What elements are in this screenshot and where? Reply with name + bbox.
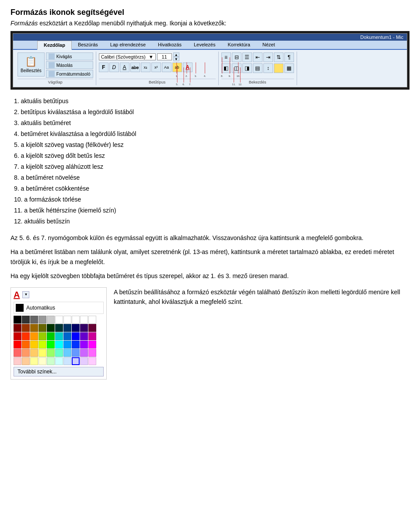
line-spacing-button[interactable]: ↕ <box>263 63 273 73</box>
color-swatch-item[interactable] <box>63 316 71 324</box>
underline-button[interactable]: A <box>120 63 130 72</box>
tab-lap[interactable]: Lap elrendezése <box>104 41 152 49</box>
color-swatch-item[interactable] <box>47 332 55 340</box>
strikethrough-button[interactable]: abe <box>130 63 140 72</box>
color-swatch-item[interactable] <box>47 349 55 357</box>
color-swatch-item[interactable] <box>14 357 21 365</box>
color-swatch-item[interactable] <box>47 341 55 348</box>
color-swatch-item[interactable] <box>38 324 46 332</box>
color-swatch-item[interactable] <box>80 332 88 340</box>
color-swatch-item[interactable] <box>38 316 46 324</box>
color-swatch-item[interactable] <box>88 357 96 365</box>
color-swatch-item[interactable] <box>30 341 38 348</box>
color-swatch-item[interactable] <box>55 349 63 357</box>
border-button[interactable]: ▦ <box>284 63 294 73</box>
color-swatch-item[interactable] <box>14 349 21 357</box>
change-case-button[interactable]: Aa <box>162 63 172 72</box>
numbering-button[interactable]: ⊟ <box>232 52 242 62</box>
color-swatch-item[interactable] <box>47 357 55 365</box>
color-swatch-item[interactable] <box>72 324 80 332</box>
color-swatch-item[interactable] <box>38 332 46 340</box>
color-swatch-item[interactable] <box>22 341 30 348</box>
copy-button[interactable]: Másolás <box>46 61 93 69</box>
bold-button[interactable]: F <box>99 63 108 72</box>
color-swatch-item[interactable] <box>88 324 96 332</box>
paste-button[interactable]: 📋 Beillesztés <box>18 52 45 77</box>
color-swatch-item[interactable] <box>80 316 88 324</box>
format-painter-button[interactable]: Formátummásoló <box>46 70 93 78</box>
sort-button[interactable]: ⇅ <box>274 52 284 62</box>
color-swatch-item[interactable] <box>55 316 63 324</box>
tab-beszuras[interactable]: Beszúrás <box>72 41 104 49</box>
show-formatting-button[interactable]: ¶ <box>284 52 294 62</box>
color-swatch-item[interactable] <box>72 349 80 357</box>
color-swatch-item[interactable] <box>80 357 88 365</box>
color-swatch-item[interactable] <box>55 332 63 340</box>
color-swatch-item[interactable] <box>80 341 88 348</box>
color-swatch-item[interactable] <box>72 357 80 365</box>
color-swatch-item[interactable] <box>30 324 38 332</box>
auto-color-row[interactable]: Automatikus <box>14 302 104 314</box>
more-colors-button[interactable]: További színek... <box>14 367 104 376</box>
color-dropdown-arrow[interactable]: ▼ <box>22 291 29 298</box>
color-swatch-item[interactable] <box>30 357 38 365</box>
color-swatch-item[interactable] <box>14 316 21 324</box>
color-swatch-item[interactable] <box>55 324 63 332</box>
color-swatch-item[interactable] <box>80 324 88 332</box>
color-swatch-item[interactable] <box>14 324 21 332</box>
font-size-input[interactable]: 11 <box>157 53 172 60</box>
color-swatch-item[interactable] <box>63 341 71 348</box>
color-swatch-item[interactable] <box>72 316 80 324</box>
color-swatch-item[interactable] <box>88 349 96 357</box>
font-size-decrease-arrow[interactable]: ▼ <box>173 57 179 61</box>
superscript-button[interactable]: x² <box>151 63 161 72</box>
italic-button[interactable]: D <box>109 63 119 72</box>
increase-indent-button[interactable]: ⇥ <box>263 52 273 62</box>
color-swatch-item[interactable] <box>88 316 96 324</box>
tab-nezet[interactable]: Nézet <box>256 41 281 49</box>
font-size-increase-arrow[interactable]: ▲ <box>173 52 179 57</box>
color-swatch-item[interactable] <box>47 324 55 332</box>
color-swatch-item[interactable] <box>72 332 80 340</box>
color-swatch-item[interactable] <box>38 341 46 348</box>
shading-button[interactable] <box>274 63 284 73</box>
color-swatch-item[interactable] <box>30 349 38 357</box>
multilevel-list-button[interactable]: ☰ <box>242 52 252 62</box>
tab-kezdolap[interactable]: Kezdőlap <box>37 41 72 50</box>
color-swatch-item[interactable] <box>63 332 71 340</box>
tab-korrektura[interactable]: Korrektúra <box>221 41 256 49</box>
color-swatch-item[interactable] <box>22 357 30 365</box>
color-swatch-item[interactable] <box>80 349 88 357</box>
color-swatch-item[interactable] <box>22 316 30 324</box>
subscript-button[interactable]: x₂ <box>141 63 150 72</box>
align-left-button[interactable]: ◧ <box>221 63 231 73</box>
color-swatch-item[interactable] <box>30 316 38 324</box>
color-swatch-item[interactable] <box>22 324 30 332</box>
font-name-dropdown[interactable]: Calibri (Szövegtörzs) ▼ <box>99 53 156 60</box>
color-swatch-item[interactable] <box>22 332 30 340</box>
color-swatch-item[interactable] <box>14 332 21 340</box>
color-swatch-item[interactable] <box>63 324 71 332</box>
color-swatch-item[interactable] <box>55 357 63 365</box>
color-swatch-item[interactable] <box>63 349 71 357</box>
cut-button[interactable]: Kivágás <box>46 52 93 60</box>
color-swatch-item[interactable] <box>14 341 21 348</box>
color-swatch-item[interactable] <box>30 332 38 340</box>
color-swatch-item[interactable] <box>72 341 80 348</box>
tab-levelezas[interactable]: Levelezés <box>188 41 222 49</box>
color-swatch-item[interactable] <box>38 349 46 357</box>
color-swatch-item[interactable] <box>38 357 46 365</box>
tab-hivatkozas[interactable]: Hivatkozás <box>152 41 188 49</box>
justify-button[interactable]: ▤ <box>253 63 262 73</box>
color-swatch-item[interactable] <box>22 349 30 357</box>
align-right-button[interactable]: ◨ <box>242 63 252 73</box>
bullets-button[interactable]: ≡ <box>221 52 231 62</box>
font-color-button[interactable]: A <box>183 63 192 72</box>
decrease-indent-button[interactable]: ⇤ <box>253 52 262 62</box>
color-swatch-item[interactable] <box>47 316 55 324</box>
color-swatch-item[interactable] <box>55 341 63 348</box>
highlight-button[interactable]: ab <box>172 63 182 72</box>
align-center-button[interactable]: ◫ <box>232 63 242 73</box>
color-swatch-item[interactable] <box>88 341 96 348</box>
color-swatch-item[interactable] <box>63 357 71 365</box>
